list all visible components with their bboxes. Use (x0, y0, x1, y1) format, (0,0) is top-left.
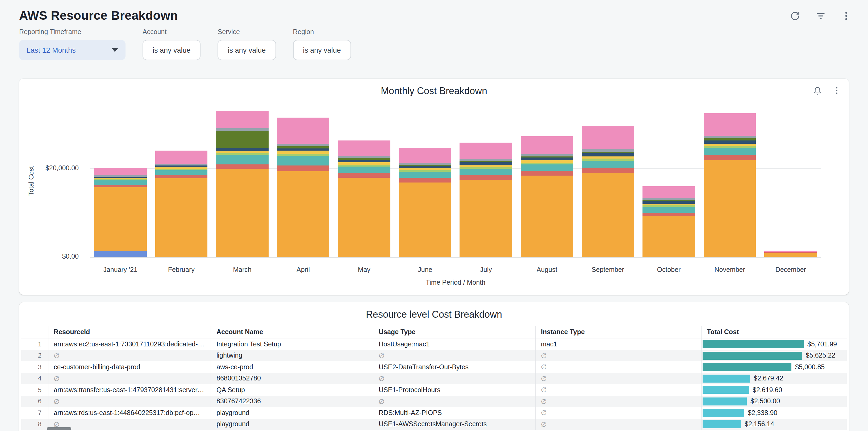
col-total-cost[interactable]: Total Cost (701, 326, 847, 338)
cell-instance-type[interactable]: ∅ (535, 384, 701, 396)
refresh-icon[interactable] (789, 10, 801, 22)
cell-instance-type[interactable]: ∅ (535, 407, 701, 419)
bar-segment-olive[interactable] (277, 147, 330, 149)
bar-segment-coral[interactable] (704, 155, 756, 160)
stacked-bar-3[interactable] (216, 111, 268, 257)
bar-segment-coral[interactable] (521, 171, 573, 176)
bar-segment-navy[interactable] (216, 148, 268, 151)
account-filter-chip[interactable]: is any value (143, 40, 201, 60)
bar-segment-green[interactable] (338, 165, 391, 166)
bar-segment-pink[interactable] (216, 111, 268, 128)
bar-segment-navy[interactable] (277, 148, 330, 150)
bar-segment-green[interactable] (399, 170, 451, 172)
col-instance-type[interactable]: Instance Type (535, 326, 701, 338)
alert-bell-icon[interactable] (812, 85, 823, 96)
cell-resource-id[interactable]: arn:aws:ec2:us-east-1:733017110293:dedic… (48, 338, 211, 350)
bar-segment-coral[interactable] (338, 173, 391, 178)
bar-segment-navy[interactable] (582, 153, 634, 156)
bar-segment-amber[interactable] (704, 160, 756, 257)
total-cost-bar[interactable] (703, 420, 741, 428)
bar-segment-yellow[interactable] (399, 168, 451, 170)
bar-segment-pink[interactable] (643, 186, 695, 198)
bar-segment-teal[interactable] (338, 166, 391, 173)
bar-segment-amber[interactable] (399, 182, 451, 257)
bar-segment-pink[interactable] (277, 117, 330, 144)
bar-segment-yellow[interactable] (582, 156, 634, 158)
total-cost-bar[interactable] (703, 409, 744, 417)
bar-segment-teal[interactable] (460, 169, 512, 175)
bar-segment-navy[interactable] (338, 160, 391, 162)
bar-segment-navy[interactable] (521, 158, 573, 160)
cell-usage-type[interactable]: USE1-ProtocolHours (373, 384, 535, 396)
col-account-name[interactable]: Account Name (211, 326, 373, 338)
stacked-bar-6[interactable] (399, 148, 451, 257)
bar-segment-teal[interactable] (399, 172, 451, 178)
bar-segment-yellow[interactable] (155, 167, 208, 169)
bar-segment-teal[interactable] (155, 170, 208, 175)
bar-segment-gray[interactable] (521, 154, 573, 156)
bar-segment-gray[interactable] (704, 136, 756, 138)
cell-usage-type[interactable]: RDS:Multi-AZ-PIOPS (373, 407, 535, 419)
table-horizontal-scrollbar[interactable] (47, 427, 71, 430)
cell-instance-type[interactable]: ∅ (535, 350, 701, 361)
cell-instance-type[interactable]: mac1 (535, 338, 701, 350)
bar-segment-amber[interactable] (582, 173, 634, 257)
stacked-bar-12[interactable] (765, 251, 817, 257)
bar-segment-coral[interactable] (155, 175, 208, 178)
bar-segment-amber[interactable] (460, 180, 512, 257)
bar-segment-navy[interactable] (460, 162, 512, 165)
cell-resource-id[interactable]: arn:aws:transfer:us-east-1:479370281431:… (48, 384, 211, 396)
bar-segment-coral[interactable] (643, 213, 695, 216)
bar-segment-coral[interactable] (216, 164, 268, 169)
cell-account-name[interactable]: aws-ce-prod (211, 361, 373, 373)
cell-instance-type[interactable]: ∅ (535, 373, 701, 384)
bar-segment-pink[interactable] (460, 143, 512, 159)
bar-segment-green[interactable] (216, 153, 268, 155)
cell-resource-id[interactable]: ce-customer-billing-data-prod (48, 361, 211, 373)
cell-usage-type[interactable]: USE1-AWSSecretsManager-Secrets (373, 419, 535, 430)
bar-segment-pink[interactable] (582, 126, 634, 149)
bar-segment-green[interactable] (521, 162, 573, 164)
bar-segment-teal[interactable] (704, 148, 756, 155)
bar-segment-gray[interactable] (338, 156, 391, 158)
cell-usage-type[interactable]: ∅ (373, 396, 535, 407)
bar-segment-green[interactable] (704, 146, 756, 148)
cell-usage-type[interactable]: ∅ (373, 350, 535, 361)
bar-segment-amber[interactable] (643, 216, 695, 257)
region-filter-chip[interactable]: is any value (293, 40, 351, 60)
bar-segment-pink[interactable] (94, 168, 147, 175)
bar-segment-teal[interactable] (277, 156, 330, 166)
cell-account-name[interactable]: QA Setup (211, 384, 373, 396)
service-filter-chip[interactable]: is any value (218, 40, 276, 60)
bar-segment-green[interactable] (277, 154, 330, 156)
bar-segment-amber[interactable] (277, 171, 330, 257)
total-cost-bar[interactable] (703, 340, 804, 348)
bar-segment-teal[interactable] (643, 207, 695, 213)
stacked-bar-8[interactable] (521, 136, 573, 257)
bar-segment-yellow[interactable] (643, 204, 695, 205)
bar-segment-yellow[interactable] (216, 151, 268, 153)
cell-instance-type[interactable]: ∅ (535, 419, 701, 430)
cell-account-name[interactable]: playground (211, 407, 373, 419)
cell-resource-id[interactable]: ∅ (48, 350, 211, 361)
bar-segment-pink[interactable] (399, 148, 451, 163)
stacked-bar-4[interactable] (277, 117, 330, 257)
bar-segment-amber[interactable] (216, 169, 268, 257)
bar-segment-gray[interactable] (216, 128, 268, 131)
bar-segment-yellow[interactable] (460, 165, 512, 167)
cell-resource-id[interactable]: arn:aws:rds:us-east-1:448640225317:db:pc… (48, 407, 211, 419)
bar-segment-olive[interactable] (338, 158, 391, 160)
bar-segment-teal[interactable] (521, 164, 573, 171)
cell-account-name[interactable]: 830767422336 (211, 396, 373, 407)
bar-segment-teal[interactable] (582, 161, 634, 168)
cell-instance-type[interactable]: ∅ (535, 361, 701, 373)
stacked-bar-11[interactable] (704, 113, 756, 257)
stacked-bar-9[interactable] (582, 126, 634, 257)
col-resource-id[interactable]: ResourceId (48, 326, 211, 338)
bar-segment-amber[interactable] (338, 178, 391, 257)
bar-segment-pink[interactable] (338, 141, 391, 156)
stacked-bar-10[interactable] (643, 186, 695, 257)
total-cost-bar[interactable] (703, 398, 747, 405)
bar-segment-olive[interactable] (216, 131, 268, 148)
stacked-bar-2[interactable] (155, 151, 208, 257)
